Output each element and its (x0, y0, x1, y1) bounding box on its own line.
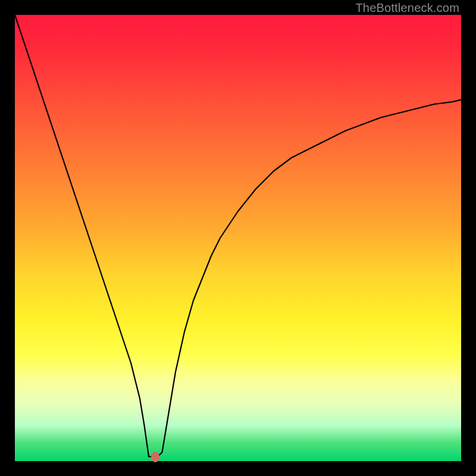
chart-frame (15, 15, 461, 461)
watermark-text: TheBottleneck.com (355, 1, 459, 15)
curve-path (15, 15, 461, 457)
minimum-marker (151, 452, 159, 462)
bottleneck-curve (15, 15, 461, 461)
